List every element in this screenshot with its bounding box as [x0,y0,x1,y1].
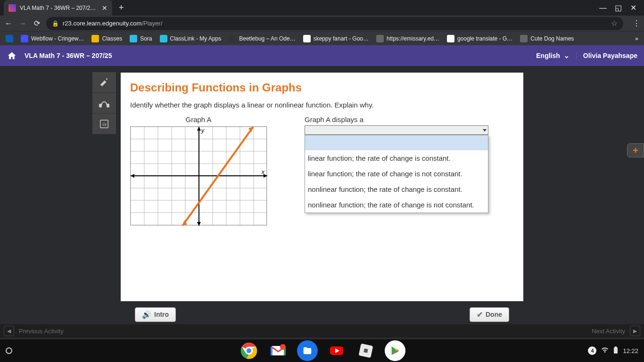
course-title: VLA Math 7 - 36WR – 207/25 [25,52,112,59]
maximize-icon[interactable]: ◱ [615,5,621,11]
bookmark-label: https://emissary.ed… [387,35,439,42]
bookmark-item[interactable]: Beetlebug – An Ode… [229,35,295,42]
taskbar: 4 12:22 [0,339,644,362]
svg-text:√x: √x [102,122,107,126]
bookmark-favicon [303,35,311,42]
close-window-icon[interactable]: ✕ [630,5,636,11]
chevron-down-icon: ⌄ [564,52,570,59]
bookmark-favicon [160,35,167,42]
bookmark-item[interactable]: ClassLink - My Apps [160,35,222,42]
svg-rect-48 [614,347,618,354]
files-app-icon[interactable] [297,340,318,361]
expand-tab-button[interactable]: + [627,143,644,157]
audio-tool[interactable] [92,93,116,114]
done-button[interactable]: ✔ Done [470,307,509,322]
svg-marker-28 [197,127,201,131]
highlighter-tool[interactable] [92,72,116,93]
bookmark-item[interactable] [6,35,13,42]
bookmark-label: Sora [140,35,152,42]
bookmark-label: Classes [102,35,122,42]
bookmark-favicon [91,35,99,42]
dropdown-option[interactable]: linear function; the rate of change is c… [305,150,488,166]
answer-dropdown-list: linear function; the rate of change is c… [305,135,488,213]
plus-icon: + [633,145,638,156]
window-controls: — ◱ ✕ [600,5,644,11]
browser-tab[interactable]: VLA Math 7 - 36WR – 207/25 - E ✕ [4,0,112,16]
bookmark-item[interactable]: google translate - G… [447,35,512,42]
battery-icon [613,346,618,355]
svg-rect-0 [99,104,101,107]
url-path: /Player/ [141,20,162,27]
playstore-app-icon[interactable] [385,340,405,361]
graph-label: Graph A [130,115,267,123]
answer-dropdown[interactable] [305,125,488,135]
next-activity-label: Next Activity [592,328,625,335]
tab-favicon [8,4,16,12]
bookmarks-bar: Webflow - Cringew…ClassesSoraClassLink -… [0,31,644,45]
launcher-icon[interactable] [6,347,12,354]
bookmark-favicon [447,35,454,42]
home-icon[interactable] [7,50,17,61]
svg-text:x: x [261,169,265,175]
minimize-icon[interactable]: — [600,5,606,11]
bookmarks-overflow-icon[interactable]: » [635,35,638,42]
svg-rect-49 [615,346,617,347]
intro-button[interactable]: 🔊 Intro [135,307,176,322]
browser-menu-icon[interactable]: ⋮ [633,19,640,28]
graph-a: x y [130,126,267,225]
tab-title: VLA Math 7 - 36WR – 207/25 - E [20,5,99,11]
speaker-icon: 🔊 [142,310,151,319]
app-header: VLA Math 7 - 36WR – 207/25 English ⌄ Oli… [0,45,644,66]
notification-count: 4 [588,346,596,355]
user-name: Olivia Payahsape [577,52,637,59]
url-host: r23.core.learn.edgenuity.com [63,20,141,27]
bookmark-favicon [130,35,137,42]
bookmark-item[interactable]: Classes [91,35,122,42]
system-tray[interactable]: 4 12:22 [588,346,638,355]
bookmark-favicon [21,35,28,42]
calculator-tool[interactable]: √x [92,114,116,134]
roblox-app-icon[interactable] [355,340,376,361]
bookmark-label: ClassLink - My Apps [170,35,222,42]
youtube-app-icon[interactable] [326,340,347,361]
url-bar[interactable]: 🔒 r23.core.learn.edgenuity.com/Player/ ☆ [46,17,623,30]
bookmark-label: Webflow - Cringew… [31,35,84,42]
lock-icon: 🔒 [52,20,59,27]
next-activity-button[interactable]: ▶ [630,326,640,336]
bookmark-favicon [6,35,13,42]
new-tab-button[interactable]: + [119,3,124,13]
bookmark-favicon [376,35,384,42]
close-icon[interactable]: ✕ [102,4,107,12]
dropdown-option[interactable]: nonlinear function; the rate of change i… [305,181,488,197]
dropdown-option-blank[interactable] [305,135,488,150]
browser-nav-bar: ← → ⟳ 🔒 r23.core.learn.edgenuity.com/Pla… [0,16,644,31]
previous-activity-button[interactable]: ◀ [4,326,14,336]
bookmark-favicon [520,35,528,42]
svg-marker-27 [131,174,134,178]
back-icon[interactable]: ← [4,19,13,28]
bookmark-item[interactable]: https://emissary.ed… [376,35,439,42]
lesson-bottom-bar: 🔊 Intro ✔ Done [121,305,523,324]
dropdown-option[interactable]: nonlinear function; the rate of change i… [305,197,488,213]
bookmark-label: google translate - G… [457,35,512,42]
language-selector[interactable]: English ⌄ [536,52,577,59]
check-icon: ✔ [477,310,483,319]
svg-marker-29 [197,222,201,226]
bookmark-item[interactable]: Cute Dog Names [520,35,574,42]
dropdown-option[interactable]: linear function; the rate of change is n… [305,166,488,181]
bookmark-item[interactable]: Webflow - Cringew… [21,35,84,42]
content-area: √x Describing Functions in Graphs Identi… [0,66,644,339]
gmail-app-icon[interactable] [268,340,289,361]
chrome-app-icon[interactable] [239,340,259,361]
answer-lead-text: Graph A displays a [305,115,488,123]
clock: 12:22 [623,347,638,354]
wifi-icon [601,347,609,355]
bookmark-item[interactable]: skeppy fanart - Goo… [303,35,369,42]
reload-icon[interactable]: ⟳ [32,19,41,28]
svg-rect-1 [107,104,109,107]
bookmark-star-icon[interactable]: ☆ [611,19,618,28]
side-toolbar: √x [92,72,116,134]
forward-icon[interactable]: → [18,19,27,28]
bookmark-item[interactable]: Sora [130,35,152,42]
taskbar-apps [239,340,405,361]
